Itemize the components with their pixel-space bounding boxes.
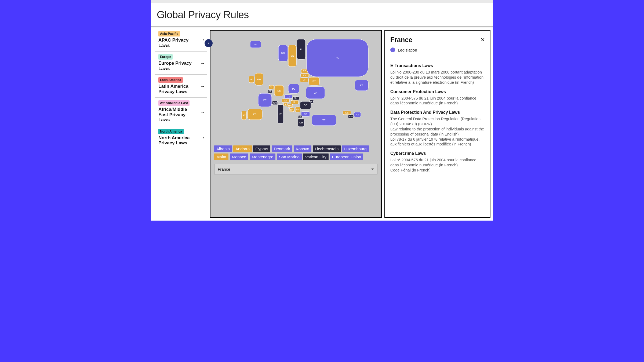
- sidebar-tag: Europe: [158, 54, 173, 60]
- sidebar-item-north-america[interactable]: North AmericaNorth America Privacy Laws→: [155, 126, 207, 149]
- map-country-by[interactable]: [309, 77, 319, 85]
- country-detail-panel: ✕ France Legislation E-Transactions Laws…: [384, 30, 490, 218]
- sidebar-tag: Africa/Middle East: [158, 100, 190, 106]
- map-country-de[interactable]: [274, 85, 284, 96]
- map-country-lv[interactable]: [301, 74, 309, 77]
- sidebar: Asia-PacificAPAC Privacy Laws→EuropeEuro…: [151, 27, 207, 221]
- country-chip-malta[interactable]: Malta: [214, 153, 228, 160]
- map-country-az[interactable]: [354, 112, 361, 117]
- map-country-ro[interactable]: [300, 101, 311, 109]
- map-country-sk[interactable]: [293, 97, 299, 100]
- map-country-ua[interactable]: [306, 87, 325, 99]
- country-chip-vatican-city[interactable]: Vatican City: [303, 153, 329, 160]
- sidebar-item-label: Africa/Middle East Privacy Laws: [158, 107, 203, 123]
- arrow-right-icon: →: [200, 36, 205, 42]
- sidebar-tag: Latin America: [158, 77, 183, 83]
- detail-section-title: Consumer Protection Laws: [390, 89, 485, 94]
- map-country-se[interactable]: [288, 45, 296, 67]
- legend-dot-icon: [390, 47, 395, 52]
- map-country-no[interactable]: [278, 45, 288, 61]
- arrow-right-icon: →: [200, 134, 205, 141]
- map-country-nl[interactable]: [269, 85, 274, 89]
- europe-map[interactable]: ISNOSEFIEELVLTBYRUKZGEAMAZIEGBNLBEDEPLCZ…: [214, 34, 377, 142]
- map-country-ge[interactable]: [343, 111, 351, 115]
- divider: [390, 59, 485, 59]
- detail-section-title: Data Protection And Privacy Laws: [390, 110, 485, 115]
- sidebar-item-latin-america[interactable]: Latin AmericaLatin America Privacy Laws→: [155, 75, 207, 98]
- detail-section-body: The General Data Protection Regulation (…: [390, 116, 485, 147]
- top-bar: [151, 0, 493, 3]
- map-country-fr[interactable]: [258, 93, 272, 107]
- map-country-lt[interactable]: [300, 78, 308, 82]
- detail-section-body: Loi No 2000-230 du 13 mars 2000 portant …: [390, 70, 485, 85]
- detail-section-body: Loi n° 2004-575 du 21 juin 2004 pour la …: [390, 158, 485, 173]
- map-country-be[interactable]: [268, 90, 272, 93]
- country-chip-andorra[interactable]: Andorra: [233, 145, 252, 152]
- map-country-at[interactable]: [282, 99, 289, 103]
- country-chip-row: AlbaniaAndorraCyprusDenmarkKosovoLiechte…: [214, 145, 377, 160]
- arrow-right-icon: →: [200, 109, 205, 115]
- map-country-it[interactable]: [278, 105, 283, 123]
- chevron-left-icon: ‹: [208, 41, 209, 46]
- map-country-is[interactable]: [250, 41, 261, 48]
- country-select[interactable]: France: [214, 164, 377, 174]
- sidebar-item-label: APAC Privacy Laws: [158, 38, 203, 48]
- sidebar-collapse-button[interactable]: ‹: [205, 39, 213, 47]
- country-chip-montenegro[interactable]: Montenegro: [250, 153, 275, 160]
- map-country-ie[interactable]: [249, 76, 254, 83]
- map-country-bg[interactable]: [301, 112, 310, 116]
- country-chip-cyprus[interactable]: Cyprus: [253, 145, 270, 152]
- sidebar-tag: Asia-Pacific: [158, 31, 180, 36]
- country-chip-denmark[interactable]: Denmark: [272, 145, 292, 152]
- sidebar-tag: North America: [158, 129, 184, 134]
- map-country-cz[interactable]: [285, 95, 292, 98]
- map-country-gb[interactable]: [255, 73, 263, 85]
- map-country-pl[interactable]: [288, 84, 299, 93]
- country-chip-san-marino[interactable]: San Marino: [277, 153, 302, 160]
- map-country-kz[interactable]: [355, 80, 368, 91]
- map-country-si[interactable]: [283, 103, 287, 106]
- sidebar-item-asia-pacific[interactable]: Asia-PacificAPAC Privacy Laws→: [155, 27, 207, 52]
- country-chip-european-union[interactable]: European Union: [330, 153, 363, 160]
- country-chip-liechtenstein[interactable]: Liechtenstein: [313, 145, 341, 152]
- detail-country-title: France: [390, 36, 485, 44]
- sidebar-item-africa-middle-east[interactable]: Africa/Middle EastAfrica/Middle East Pri…: [155, 98, 207, 126]
- legend-label: Legislation: [398, 48, 417, 52]
- map-country-hu[interactable]: [291, 100, 299, 104]
- map-country-tr[interactable]: [312, 115, 336, 126]
- detail-section-body: Loi n° 2004-575 du 21 juin 2004 pour la …: [390, 96, 485, 106]
- map-country-gr[interactable]: [298, 119, 304, 127]
- country-chip-albania[interactable]: Albania: [214, 145, 232, 152]
- arrow-right-icon: →: [200, 83, 205, 89]
- map-country-ba[interactable]: [289, 108, 294, 112]
- chevron-down-icon: [371, 169, 374, 170]
- country-chip-kosovo[interactable]: Kosovo: [294, 145, 311, 152]
- detail-section-title: Cybercrime Laws: [390, 151, 485, 156]
- map-country-ch[interactable]: [272, 101, 278, 105]
- map-country-rs[interactable]: [295, 107, 300, 112]
- arrow-right-icon: →: [200, 60, 205, 66]
- map-panel: ISNOSEFIEELVLTBYRUKZGEAMAZIEGBNLBEDEPLCZ…: [210, 30, 382, 218]
- map-country-es[interactable]: [248, 109, 262, 120]
- map-country-am[interactable]: [348, 115, 354, 118]
- sidebar-item-label: North America Privacy Laws: [158, 135, 203, 146]
- sidebar-item-label: Latin America Privacy Laws: [158, 84, 203, 94]
- country-chip-luxembourg[interactable]: Luxembourg: [342, 145, 369, 152]
- sidebar-item-label: Europe Privacy Laws: [158, 61, 203, 71]
- close-icon[interactable]: ✕: [481, 36, 485, 43]
- map-country-pt[interactable]: [242, 111, 246, 120]
- sidebar-item-europe[interactable]: EuropeEurope Privacy Laws→: [155, 52, 207, 75]
- map-country-ru[interactable]: [307, 39, 368, 77]
- page-title: Global Privacy Rules: [157, 9, 487, 21]
- map-country-fi[interactable]: [297, 39, 305, 59]
- country-select-value: France: [218, 167, 230, 171]
- detail-section-title: E-Transactions Laws: [390, 63, 485, 68]
- map-country-mk[interactable]: [298, 115, 302, 118]
- map-country-hr[interactable]: [287, 104, 293, 107]
- country-chip-monaco[interactable]: Monaco: [230, 153, 248, 160]
